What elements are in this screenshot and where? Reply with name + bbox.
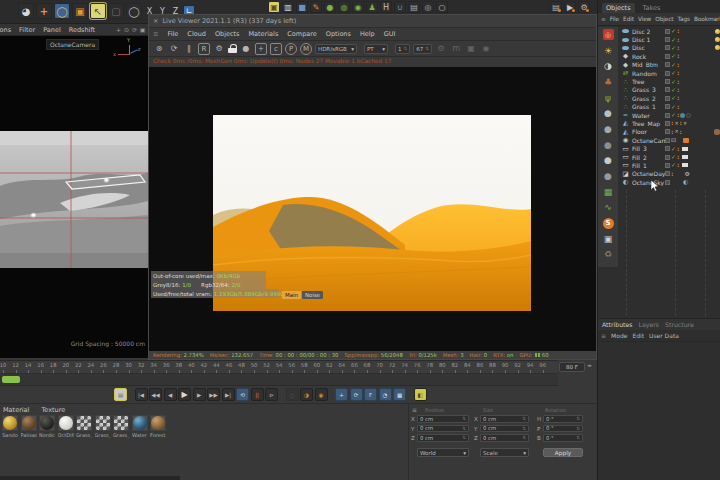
object-row[interactable]: ◪OctaneDayLight:⚙: [618, 170, 720, 178]
octane-focus-button[interactable]: F: [364, 388, 377, 401]
picture-viewer-button[interactable]: ▤: [114, 388, 127, 401]
sphere-yellow-tag-icon[interactable]: [715, 45, 720, 50]
timeline-track[interactable]: [0, 374, 558, 386]
enable-checkbox[interactable]: [665, 121, 670, 126]
kernel-settings-icon[interactable]: ⚙: [213, 43, 225, 55]
focus-picker-icon[interactable]: +: [255, 43, 267, 55]
check-tag-icon[interactable]: ✓: [671, 87, 676, 93]
subframe-field[interactable]: 1⇅: [395, 44, 410, 54]
enable-checkbox[interactable]: [665, 129, 670, 134]
substance-icon[interactable]: S: [598, 215, 618, 231]
preview-range-bar[interactable]: [2, 376, 20, 383]
spline-h-icon[interactable]: H: [380, 1, 392, 13]
check-tag-icon[interactable]: ✓: [671, 112, 676, 118]
object-row[interactable]: ◭Tree_Map:✕:✕: [618, 119, 720, 127]
om-menu-edit[interactable]: Edit: [623, 16, 634, 22]
material-thumbnail[interactable]: [58, 415, 74, 431]
lv-menu-file[interactable]: File: [167, 30, 178, 38]
timeline-ruler[interactable]: 1012141618202224262830323436384042444648…: [0, 360, 558, 374]
world-dropdown[interactable]: World▾: [417, 448, 469, 457]
generator-icon[interactable]: ◍: [338, 1, 350, 13]
dots-tag-icon[interactable]: :: [677, 37, 679, 43]
enable-checkbox[interactable]: [665, 163, 670, 168]
sweep-icon[interactable]: ∪: [394, 1, 406, 13]
cube-icon[interactable]: ■: [296, 1, 308, 13]
chart-icon[interactable]: ▥: [282, 1, 294, 13]
object-row[interactable]: ▭Fill_3✓:: [618, 144, 720, 152]
cross-tag-icon[interactable]: ✕: [674, 121, 678, 126]
spinner-icon[interactable]: ⇅: [462, 426, 466, 431]
material-sphere-icon-3[interactable]: ●: [598, 137, 618, 153]
pause-render-icon[interactable]: ∥: [183, 43, 195, 55]
octane-add-button[interactable]: +: [335, 388, 348, 401]
enable-checkbox[interactable]: [665, 62, 670, 67]
material-sphere-icon-5[interactable]: ●: [598, 168, 618, 184]
move-tool-icon[interactable]: +: [36, 3, 52, 19]
bar-tag-icon[interactable]: [682, 155, 688, 159]
object-row[interactable]: ◆Mid_Btm✓:: [618, 61, 720, 69]
solo-off-button[interactable]: ◌: [286, 388, 299, 401]
material-thumbnail[interactable]: [21, 415, 37, 431]
object-row[interactable]: ∴Tree✓:: [618, 77, 720, 85]
spinner-icon[interactable]: ⇅: [522, 435, 526, 440]
tree-icon[interactable]: ♣: [598, 74, 618, 90]
spinner-icon[interactable]: ⇅: [576, 426, 580, 431]
check-tag-icon[interactable]: ✓: [671, 37, 676, 43]
camera-picker-icon[interactable]: c: [270, 43, 282, 55]
dots-tag-icon[interactable]: :: [677, 45, 679, 51]
enable-checkbox[interactable]: [665, 87, 670, 92]
coord-field[interactable]: 0 cm⇅: [480, 434, 529, 442]
check-tag-icon[interactable]: ✓: [671, 162, 676, 168]
enable-checkbox[interactable]: [665, 45, 670, 50]
dots-tag-icon[interactable]: :: [677, 70, 679, 76]
live-viewer-titlebar[interactable]: × Live Viewer 2021.1.1 (R3) (337 days le…: [149, 15, 596, 28]
check-tag-icon[interactable]: ✓: [671, 70, 676, 76]
lv-menu-compare[interactable]: Compare: [287, 30, 317, 38]
check-tag-icon[interactable]: ✓: [671, 62, 676, 68]
deformer-icon[interactable]: ◉: [352, 1, 364, 13]
object-row[interactable]: Disc 2✓:: [618, 27, 720, 35]
paint-tool-icon[interactable]: ✎: [310, 1, 322, 13]
object-row[interactable]: ∴Grass_2✓:: [618, 94, 720, 102]
faint-circle-icon[interactable]: ◉: [480, 43, 492, 55]
lv-burger-icon[interactable]: ≡: [153, 30, 158, 38]
clay-mode-icon[interactable]: ●: [240, 43, 252, 55]
light-handle-icon[interactable]: *: [104, 177, 109, 187]
goto-end-button[interactable]: ▶|: [222, 388, 235, 401]
character-icon[interactable]: ♟: [366, 1, 378, 13]
dots-tag-icon[interactable]: :: [677, 62, 679, 68]
check-tag-icon[interactable]: ✓: [671, 146, 676, 152]
dots-tag-icon[interactable]: :: [677, 95, 679, 101]
attr-menu-edit[interactable]: Edit: [632, 332, 644, 339]
enable-checkbox[interactable]: [665, 54, 670, 59]
cross-tag-icon[interactable]: ✕: [683, 121, 687, 126]
om-menu-object[interactable]: Object: [655, 16, 673, 22]
spinner-icon[interactable]: ⇅: [576, 435, 580, 440]
viewport-dark-view[interactable]: Grid Spacing : 50000 cm: [0, 268, 148, 358]
coord-field[interactable]: 0 cm⇅: [480, 425, 529, 433]
light-handle-icon-2[interactable]: *: [31, 212, 36, 222]
rotate-tool-icon[interactable]: ◯: [54, 3, 70, 19]
material-sphere-icon-4[interactable]: ●: [598, 153, 618, 169]
render-view-button-icon[interactable]: ▶: [564, 1, 576, 13]
picture-icon[interactable]: ▣: [598, 231, 618, 247]
viewport-perspective-view[interactable]: * *: [0, 131, 148, 268]
enable-checkbox[interactable]: [665, 180, 670, 185]
material-thumbnail[interactable]: [150, 415, 166, 431]
spinner-icon[interactable]: ⇅: [404, 46, 408, 51]
material-thumbnail[interactable]: [2, 415, 18, 431]
interactive-render-icon[interactable]: ⚙: [578, 1, 590, 13]
restart-render-icon[interactable]: ⟳: [168, 43, 180, 55]
apply-button[interactable]: Apply: [543, 448, 583, 457]
edit-render-settings-icon[interactable]: ▤: [550, 1, 562, 13]
toggle-viewport-icon[interactable]: ▣: [139, 26, 146, 34]
green-spline-icon[interactable]: ∿: [598, 200, 618, 216]
octane-refresh-button[interactable]: ⟳: [350, 388, 363, 401]
material-thumbnail[interactable]: [95, 415, 111, 431]
check-tag-icon[interactable]: ✓: [671, 79, 676, 85]
dots-tag-icon[interactable]: :: [677, 112, 679, 118]
material-thumbnail[interactable]: [132, 415, 148, 431]
enable-checkbox[interactable]: [665, 104, 670, 109]
enable-checkbox[interactable]: [665, 146, 670, 151]
coord-field[interactable]: 0 °⇅: [543, 425, 583, 433]
